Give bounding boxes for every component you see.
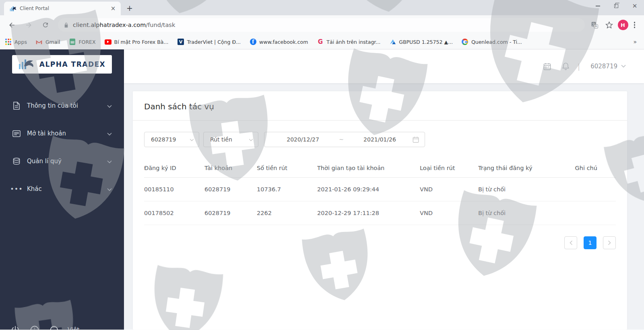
bookmarks-overflow-button[interactable]: » xyxy=(631,39,639,45)
pagination-page-1[interactable]: 1 xyxy=(584,236,597,249)
account-number: 6028719 xyxy=(590,63,617,70)
sidebar-footer: Việt xyxy=(10,324,79,330)
database-icon xyxy=(12,158,21,165)
sidebar: ALPHA TRADEX Thông tin của tôi Mở tài kh… xyxy=(0,49,124,330)
sidebar-item-mo-tai-khoan[interactable]: Mở tài khoản xyxy=(0,125,124,141)
date-separator: ~ xyxy=(336,136,347,143)
browser-tabstrip: Client Portal × + ✕ xyxy=(0,0,644,15)
g-red-icon: G xyxy=(317,39,324,45)
tab-title: Client Portal xyxy=(20,6,109,11)
notification-bell-icon[interactable] xyxy=(561,62,570,70)
tab-close-icon[interactable]: × xyxy=(109,5,117,12)
pagination-prev-button[interactable] xyxy=(564,236,577,249)
window-restore-button[interactable] xyxy=(607,0,625,12)
chevron-down-icon xyxy=(621,65,626,68)
sidebar-item-khac[interactable]: ••• Khác xyxy=(0,181,124,197)
url-path: /fund/task xyxy=(146,22,175,28)
header-divider: | xyxy=(578,62,580,71)
star-icon xyxy=(605,21,613,29)
restore-icon xyxy=(614,4,618,8)
url-bar[interactable]: client.alphatradex-a.com/fund/task xyxy=(58,18,585,32)
logout-power-icon[interactable] xyxy=(10,324,21,330)
pagination-next-button[interactable] xyxy=(603,236,616,249)
content-area: Danh sách tác vụ 6028719 Rút tiền xyxy=(124,83,644,330)
browser-toolbar: client.alphatradex-a.com/fund/task 文 A H xyxy=(0,15,644,35)
task-table: Đăng ký ID Tài khoản Số tiền rút Thời gi… xyxy=(144,158,616,225)
account-switcher[interactable]: 6028719 xyxy=(590,63,626,70)
task-list-card: Danh sách tác vụ 6028719 Rút tiền xyxy=(133,91,627,330)
chevron-right-icon xyxy=(608,240,611,245)
bookmark-apps[interactable]: Apps xyxy=(5,39,27,45)
window-close-button[interactable]: ✕ xyxy=(625,0,644,12)
close-icon: ✕ xyxy=(632,2,638,10)
minimize-icon xyxy=(596,6,600,6)
forward-button[interactable] xyxy=(22,18,35,32)
chevron-down-icon xyxy=(190,136,194,143)
bookmark-facebook[interactable]: f www.facebook.com xyxy=(250,39,308,45)
bookmark-quenlead[interactable]: Quenlead.com - Ti... xyxy=(462,39,522,45)
alpha-tradex-logo[interactable]: ALPHA TRADEX xyxy=(12,55,112,74)
bookmark-youtube[interactable]: Bí mật Pro Forex Bà... xyxy=(105,39,169,45)
language-selector[interactable]: Việt xyxy=(68,326,79,330)
sidebar-item-quan-li-quy[interactable]: Quản lí quỹ xyxy=(0,153,124,169)
info-icon[interactable] xyxy=(29,324,40,330)
google-icon xyxy=(462,39,469,45)
task-type-select[interactable]: Rút tiền xyxy=(203,132,258,147)
bookmark-gmail[interactable]: Gmail xyxy=(36,39,60,45)
back-icon xyxy=(8,21,16,29)
translate-button[interactable]: 文 A xyxy=(589,19,601,31)
back-button[interactable] xyxy=(5,18,19,32)
bookmark-star-button[interactable] xyxy=(603,19,615,31)
chevron-down-icon xyxy=(107,158,112,165)
account-select[interactable]: 6028719 xyxy=(144,132,199,147)
table-header-row: Đăng ký ID Tài khoản Số tiền rút Thời gi… xyxy=(144,158,616,178)
pagination: 1 xyxy=(144,236,616,249)
bookmark-gbpusd[interactable]: GBPUSD 1.25752 ▲... xyxy=(389,39,453,45)
forward-icon xyxy=(25,21,33,29)
date-from[interactable]: 2020/12/27 xyxy=(270,136,336,143)
date-to[interactable]: 2021/01/26 xyxy=(347,136,413,143)
chevron-left-icon xyxy=(569,240,573,245)
status-badge: Bị từ chối xyxy=(478,186,571,193)
app-header: | 6028719 xyxy=(124,49,644,83)
document-icon xyxy=(12,102,21,110)
url-domain: client.alphatradex-a.com xyxy=(73,22,146,28)
lock-icon xyxy=(64,22,69,28)
translate-icon: 文 A xyxy=(591,21,599,29)
alphatradex-favicon xyxy=(10,5,17,12)
bookmarks-bar: Apps Gmail FOREX Bí mật Pro Forex Bà... … xyxy=(0,35,644,49)
new-tab-button[interactable]: + xyxy=(124,3,135,14)
facebook-icon: f xyxy=(250,39,256,45)
browser-profile-avatar[interactable]: H xyxy=(618,20,628,30)
filter-bar: 6028719 Rút tiền 2020/12/27 ~ xyxy=(133,121,627,156)
chevron-down-icon xyxy=(249,136,253,143)
bookmark-forex[interactable]: FOREX xyxy=(69,39,95,45)
chevron-down-icon xyxy=(107,102,112,110)
logo-icon xyxy=(19,58,36,70)
sidebar-item-thong-tin[interactable]: Thông tin của tôi xyxy=(0,98,124,114)
chat-icon[interactable] xyxy=(48,324,59,330)
sidebar-menu: Thông tin của tôi Mở tài khoản Quản lí q xyxy=(0,98,124,197)
bookmark-instagram-download[interactable]: G Tải ảnh trên instagr... xyxy=(317,39,380,45)
calendar-icon[interactable] xyxy=(543,62,551,70)
date-range-picker[interactable]: 2020/12/27 ~ 2021/01/26 xyxy=(264,132,425,147)
sheets-icon xyxy=(69,39,76,45)
svg-text:A: A xyxy=(595,25,597,28)
youtube-icon xyxy=(105,39,111,45)
table-row[interactable]: 00178502 6028719 2262 2020-12-29 17:11:2… xyxy=(144,201,616,225)
browser-menu-button[interactable] xyxy=(631,20,639,30)
bookmark-traderviet[interactable]: V TraderViet | Cộng Đ... xyxy=(177,39,241,45)
brand-name: ALPHA TRADEX xyxy=(39,60,105,68)
traderviet-icon: V xyxy=(177,39,184,45)
status-badge: Bị từ chối xyxy=(478,210,571,216)
url-text: client.alphatradex-a.com/fund/task xyxy=(73,22,175,28)
window-minimize-button[interactable] xyxy=(588,0,607,12)
chart-icon xyxy=(389,39,396,45)
reload-icon xyxy=(42,21,49,29)
table-row[interactable]: 00185110 6028719 10736.7 2021-01-26 09:2… xyxy=(144,178,616,201)
calendar-icon xyxy=(413,136,419,143)
reload-button[interactable] xyxy=(39,18,52,32)
account-icon xyxy=(12,130,21,137)
browser-tab[interactable]: Client Portal × xyxy=(4,2,121,15)
page-title: Danh sách tác vụ xyxy=(144,102,616,111)
